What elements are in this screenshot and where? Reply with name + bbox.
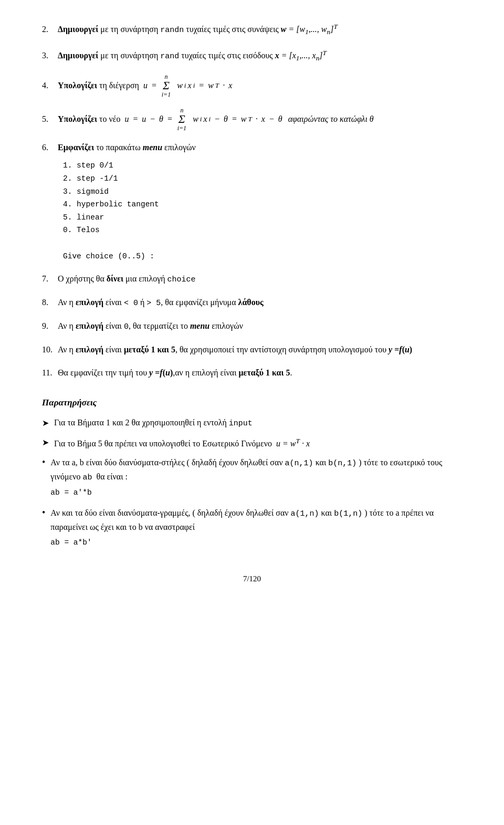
section-num-7: 7.	[42, 272, 55, 286]
section-8-text: Αν η επιλογή είναι < 0 ή > 5, θα εμφανίζ…	[58, 296, 264, 310]
section-7-text: Ο χρήστης θα δίνει μια επιλογή choice	[58, 272, 196, 286]
section-2-text: Δημιουργεί με τη συνάρτηση randn τυχαίες…	[58, 21, 338, 38]
section-num-2: 2.	[42, 23, 55, 36]
section-10: 10. Αν η επιλογή είναι μεταξύ 1 και 5, θ…	[42, 343, 462, 357]
section-7: 7. Ο χρήστης θα δίνει μια επιλογή choice	[42, 272, 462, 286]
note-2-text: Για το Βήμα 5 θα πρέπει να υπολογισθεί τ…	[54, 435, 310, 451]
page-content: 2. Δημιουργεί με τη συνάρτηση randn τυχα…	[42, 21, 462, 585]
section-num-11: 11.	[42, 366, 55, 380]
section-6-bold: Εμφανίζει	[58, 143, 94, 152]
note-bullet-2-text: Αν και τα δύο είναι διανύσματα-γραμμές, …	[50, 506, 462, 551]
note-bullet-1: • Αν τα a, b είναι δύο διανύσματα-στήλες…	[42, 456, 462, 502]
section-5-bold: Υπολογίζει	[58, 114, 97, 123]
note-b1-code1: a(n,1)	[285, 459, 313, 468]
section-2: 2. Δημιουργεί με τη συνάρτηση randn τυχα…	[42, 21, 462, 38]
arrow-icon-2: ➤	[42, 436, 49, 450]
note-bullet-2: • Αν και τα δύο είναι διανύσματα-γραμμές…	[42, 506, 462, 551]
menu-code-block: 1. step 0/1 2. step -1/1 3. sigmoid 4. h…	[63, 159, 462, 263]
section-num-5: 5.	[42, 112, 55, 126]
note-b1-code-block: ab = a'*b	[50, 486, 462, 499]
arrow-icon-1: ➤	[42, 416, 49, 430]
bullet-icon-1: •	[42, 455, 45, 470]
section-4-text: Υπολογίζει τη διέγερση	[58, 79, 139, 92]
section-3-bold: Δημιουργεί	[58, 51, 98, 60]
section-3: 3. Δημιουργεί με τη συνάρτηση rand τυχαί…	[42, 47, 462, 64]
section-num-10: 10.	[42, 343, 55, 357]
section-3-func: rand	[160, 52, 179, 61]
section-5-text: Υπολογίζει το νέο	[58, 112, 120, 126]
note-b1-code2: b(n,1)	[328, 459, 356, 468]
note-b2-code-block: ab = a*b'	[50, 536, 462, 549]
note-b1-code3: ab	[82, 473, 92, 482]
section-11: 11. Θα εμφανίζει την τιμή του y =f(u),αν…	[42, 366, 462, 380]
note-1-text: Για τα Βήματα 1 και 2 θα χρησιμοποιηθεί …	[54, 416, 253, 430]
note-bullet-1-text: Αν τα a, b είναι δύο διανύσματα-στήλες (…	[50, 456, 462, 502]
section-2-bold: Δημιουργεί	[58, 25, 98, 34]
section-num-4: 4.	[42, 79, 55, 92]
section-num-6: 6.	[42, 141, 55, 154]
section-num-8: 8.	[42, 296, 55, 309]
note-arrow-1: ➤ Για τα Βήματα 1 και 2 θα χρησιμοποιηθε…	[42, 416, 462, 430]
section-2-formula: w = [w1,..., wn]T	[281, 25, 338, 34]
note-arrow-2: ➤ Για το Βήμα 5 θα πρέπει να υπολογισθεί…	[42, 435, 462, 451]
section-3-text: Δημιουργεί με τη συνάρτηση rand τυχαίες …	[58, 47, 327, 64]
section-5: 5. Υπολογίζει το νέο u = u − θ = n Σ i=1…	[42, 107, 462, 131]
section-4: 4. Υπολογίζει τη διέγερση u = n Σ i=1 wi…	[42, 74, 462, 98]
section-6-text: Εμφανίζει το παρακάτω menu επιλογών	[58, 141, 196, 154]
page-number: 7/120	[42, 572, 462, 585]
note-2-formula: u = wT · x	[274, 439, 310, 448]
note-b2-code2: b(1,n)	[334, 509, 362, 518]
section-11-text: Θα εμφανίζει την τιμή του y =f(u),αν η ε…	[58, 366, 292, 380]
notes-section: Παρατηρήσεις ➤ Για τα Βήματα 1 και 2 θα …	[42, 395, 462, 551]
section-4-formula: u = n Σ i=1 wixi = wT · x	[143, 74, 232, 98]
section-6: 6. Εμφανίζει το παρακάτω menu επιλογών 1…	[42, 141, 462, 263]
section-num-9: 9.	[42, 319, 55, 333]
section-num-3: 3.	[42, 49, 55, 62]
note-1-code: input	[229, 419, 253, 428]
section-9: 9. Αν η επιλογή είναι 0, θα τερματίζει τ…	[42, 319, 462, 333]
section-3-formula: x = [x1,..., xn]T	[275, 51, 327, 60]
bullet-icon-2: •	[42, 505, 45, 520]
note-b2-code1: a(1,n)	[291, 509, 319, 518]
notes-title: Παρατηρήσεις	[42, 395, 462, 410]
section-10-text: Αν η επιλογή είναι μεταξύ 1 και 5, θα χρ…	[58, 343, 412, 357]
section-9-text: Αν η επιλογή είναι 0, θα τερματίζει το m…	[58, 319, 243, 333]
section-8: 8. Αν η επιλογή είναι < 0 ή > 5, θα εμφα…	[42, 296, 462, 310]
section-4-bold: Υπολογίζει	[58, 81, 97, 90]
section-5-formula: u = u − θ = n Σ i=1 wixi − θ = wT · x − …	[124, 107, 373, 131]
section-2-func: randn	[160, 26, 184, 35]
